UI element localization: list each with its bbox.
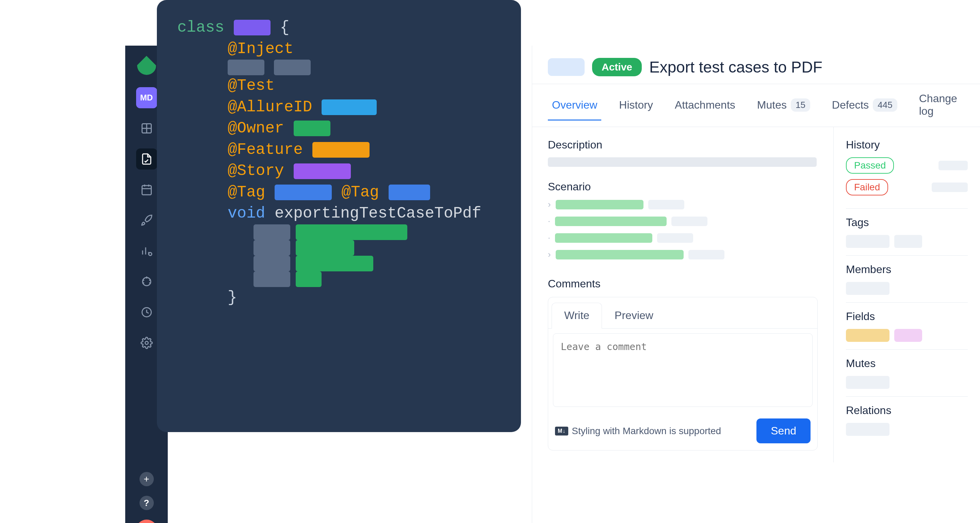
scenario-step[interactable]: ·	[548, 216, 818, 226]
nav-defects[interactable]	[136, 271, 157, 292]
scenario-heading: Scenario	[548, 180, 818, 193]
chevron-right-icon: ›	[548, 199, 551, 210]
comments-box: Write Preview M↓ Styling with Markdown i…	[548, 297, 818, 450]
status-passed: Passed	[846, 157, 894, 174]
nav-analytics[interactable]	[136, 241, 157, 262]
anno-owner: @Owner	[228, 118, 284, 139]
help-button[interactable]: ?	[140, 496, 154, 510]
status-badge-active: Active	[592, 58, 642, 76]
status-failed: Failed	[846, 179, 888, 195]
detail-tabs: Overview History Attachments Mutes 15 De…	[532, 84, 980, 127]
scenario-step[interactable]: ›	[548, 249, 818, 260]
bullet-icon: ·	[548, 216, 550, 226]
keyword-class: class	[177, 17, 224, 38]
comment-tab-write[interactable]: Write	[552, 303, 602, 328]
nav-jobs[interactable]	[136, 302, 157, 323]
anno-tag2: @Tag	[341, 182, 379, 203]
workspace-badge[interactable]: MD	[136, 87, 157, 108]
method-name: exportingTestCaseToPdf	[265, 203, 481, 224]
side-mutes-heading: Mutes	[846, 357, 968, 370]
nav-test-cases[interactable]	[136, 148, 157, 169]
svg-point-18	[145, 341, 148, 344]
description-heading: Description	[548, 139, 818, 151]
brace-close: }	[228, 287, 237, 308]
anno-allureid: @AllureID	[228, 97, 312, 118]
side-members-heading: Members	[846, 263, 968, 276]
side-tags-heading: Tags	[846, 216, 968, 229]
code-panel: class { @Inject @Test @AllureID @Owner @…	[157, 0, 521, 432]
header-tag-placeholder	[548, 58, 585, 76]
comments-heading: Comments	[548, 277, 818, 290]
logo	[137, 56, 156, 75]
page-title: Export test cases to PDF	[649, 58, 822, 76]
field-chip	[894, 329, 922, 342]
bullet-icon: ·	[548, 233, 550, 243]
svg-point-10	[149, 253, 152, 256]
comment-tab-preview[interactable]: Preview	[602, 303, 666, 328]
detail-panel: Active Export test cases to PDF Overview…	[532, 46, 980, 523]
mutes-count: 15	[791, 99, 810, 112]
svg-rect-3	[142, 186, 151, 195]
anno-story: @Story	[228, 160, 284, 182]
svg-point-11	[143, 277, 151, 286]
tab-defects[interactable]: Defects 445	[828, 90, 901, 121]
chevron-right-icon: ›	[548, 249, 551, 260]
keyword-void: void	[228, 203, 265, 224]
tab-mutes[interactable]: Mutes 15	[753, 90, 814, 121]
nav-plans[interactable]	[136, 179, 157, 200]
add-button[interactable]: +	[140, 472, 154, 486]
anno-inject: @Inject	[228, 38, 293, 60]
anno-tag1: @Tag	[228, 182, 265, 203]
anno-test: @Test	[228, 75, 275, 97]
scenario-step[interactable]: ·	[548, 233, 818, 243]
anno-feature: @Feature	[228, 139, 303, 161]
nav-launches[interactable]	[136, 210, 157, 231]
markdown-icon: M↓	[555, 427, 568, 435]
side-fields-heading: Fields	[846, 310, 968, 323]
tab-attachments[interactable]: Attachments	[671, 91, 740, 121]
side-history-heading: History	[846, 139, 968, 151]
defects-count: 445	[873, 99, 897, 112]
send-button[interactable]: Send	[756, 418, 811, 443]
tab-overview[interactable]: Overview	[548, 91, 601, 121]
markdown-note: M↓ Styling with Markdown is supported	[555, 426, 721, 437]
field-chip	[846, 329, 889, 342]
description-placeholder	[548, 157, 817, 167]
scenario-step[interactable]: ›	[548, 199, 818, 210]
comment-input[interactable]	[553, 333, 813, 407]
tab-changelog[interactable]: Change log	[915, 84, 964, 127]
tab-history[interactable]: History	[615, 91, 657, 121]
nav-settings[interactable]	[136, 332, 157, 354]
brace-open: {	[270, 17, 289, 38]
side-relations-heading: Relations	[846, 404, 968, 417]
nav-dashboard[interactable]	[136, 118, 157, 139]
user-avatar[interactable]: DB	[136, 520, 158, 523]
